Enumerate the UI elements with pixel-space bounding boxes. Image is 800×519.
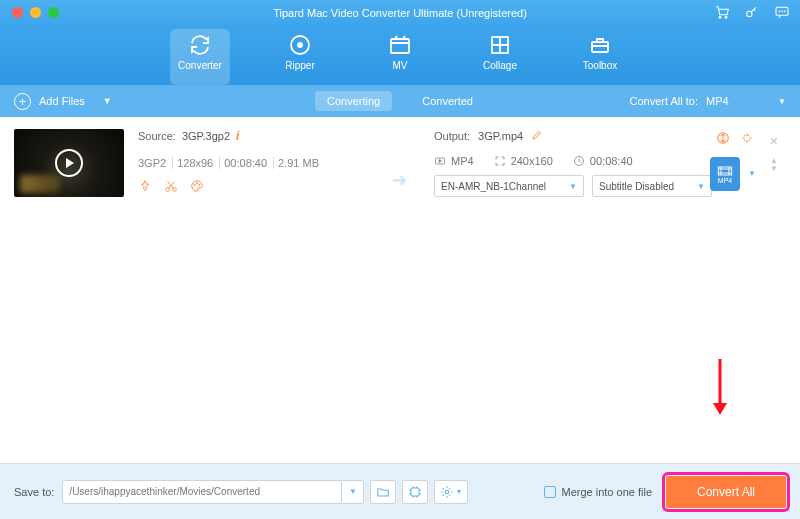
clock-icon — [573, 155, 585, 167]
arrow-right-icon: ➔ — [392, 169, 407, 191]
chevron-down-icon[interactable]: ▼ — [748, 169, 756, 178]
ripper-icon — [288, 33, 312, 57]
svg-point-1 — [725, 16, 727, 18]
convert-all-button[interactable]: Convert All — [666, 476, 786, 508]
chevron-down-icon: ▼ — [697, 182, 705, 191]
tab-toolbox[interactable]: Toolbox — [570, 29, 630, 85]
subtitle-select[interactable]: Subtitle Disabled▼ — [592, 175, 712, 197]
save-path-dropdown[interactable]: ▼ — [342, 480, 364, 504]
merge-label: Merge into one file — [562, 486, 653, 498]
svg-point-4 — [779, 11, 780, 12]
chevron-down-icon: ▼ — [455, 488, 462, 495]
main-tabs: Converter Ripper MV Collage Toolbox — [0, 25, 800, 85]
output-filename: 3GP.mp4 — [478, 130, 523, 142]
add-files-label: Add Files — [39, 95, 85, 107]
key-icon[interactable] — [744, 4, 760, 22]
chevron-down-icon: ▼ — [569, 182, 577, 191]
checkbox-icon — [544, 486, 556, 498]
enhance-icon[interactable] — [740, 131, 754, 147]
format-badge-button[interactable]: MP4 — [710, 157, 740, 191]
source-size: 2.91 MB — [278, 157, 325, 169]
merge-checkbox[interactable]: Merge into one file — [544, 486, 653, 498]
audio-track-value: EN-AMR_NB-1Channel — [441, 181, 546, 192]
minimize-window-button[interactable] — [30, 7, 41, 18]
svg-point-15 — [196, 183, 197, 184]
video-thumbnail[interactable] — [14, 129, 124, 197]
output-format: MP4 — [451, 155, 474, 167]
collage-icon — [488, 33, 512, 57]
source-meta: 3GP2 128x96 00:08:40 2.91 MB — [138, 157, 368, 169]
tab-mv-label: MV — [393, 60, 408, 71]
pin-icon[interactable] — [138, 179, 152, 195]
compress-icon[interactable] — [716, 131, 730, 147]
svg-point-16 — [199, 184, 200, 185]
tab-converter[interactable]: Converter — [170, 29, 230, 85]
convert-all-to-label: Convert All to: — [630, 95, 698, 107]
svg-point-2 — [747, 11, 752, 16]
window-title: Tipard Mac Video Converter Ultimate (Unr… — [273, 7, 527, 19]
zoom-window-button[interactable] — [48, 7, 59, 18]
svg-rect-22 — [411, 487, 419, 495]
source-codec: 3GP2 — [138, 157, 173, 169]
svg-rect-11 — [592, 42, 608, 52]
film-icon — [717, 165, 733, 177]
move-down-icon[interactable]: ▼ — [770, 165, 778, 173]
tab-toolbox-label: Toolbox — [583, 60, 617, 71]
source-duration: 00:08:40 — [224, 157, 274, 169]
svg-point-23 — [446, 490, 450, 494]
format-badge-label: MP4 — [718, 177, 732, 184]
file-list: Source: 3GP.3gp2 i 3GP2 128x96 00:08:40 … — [0, 117, 800, 431]
source-resolution: 128x96 — [177, 157, 220, 169]
output-format-value: MP4 — [706, 95, 729, 107]
output-format-select[interactable]: MP4 ▼ — [706, 95, 786, 107]
open-folder-button[interactable] — [370, 480, 396, 504]
footer: Save to: /Users/ihappyacethinker/Movies/… — [0, 463, 800, 519]
source-filename: 3GP.3gp2 — [182, 130, 230, 142]
feedback-icon[interactable] — [774, 4, 790, 22]
close-window-button[interactable] — [12, 7, 23, 18]
titlebar: Tipard Mac Video Converter Ultimate (Unr… — [0, 0, 800, 25]
svg-rect-9 — [391, 39, 409, 53]
chevron-down-icon[interactable]: ▼ — [103, 96, 112, 106]
settings-button[interactable]: ▼ — [434, 480, 468, 504]
edit-icon[interactable] — [531, 129, 543, 143]
tab-ripper[interactable]: Ripper — [270, 29, 330, 85]
info-icon[interactable]: i — [236, 129, 239, 143]
play-icon[interactable] — [55, 149, 83, 177]
plus-icon: + — [14, 93, 31, 110]
gpu-accel-button[interactable] — [402, 480, 428, 504]
save-path-input[interactable]: /Users/ihappyacethinker/Movies/Converted — [62, 480, 342, 504]
svg-point-14 — [194, 184, 195, 185]
svg-point-5 — [782, 11, 783, 12]
palette-icon[interactable] — [190, 179, 204, 195]
mv-icon — [388, 33, 412, 57]
output-resolution: 240x160 — [511, 155, 553, 167]
source-label: Source: — [138, 130, 176, 142]
save-to-label: Save to: — [14, 486, 54, 498]
subtitle-value: Subtitle Disabled — [599, 181, 674, 192]
chevron-down-icon: ▼ — [778, 97, 786, 106]
cut-icon[interactable] — [164, 179, 178, 195]
tab-collage[interactable]: Collage — [470, 29, 530, 85]
tab-converted[interactable]: Converted — [410, 91, 485, 111]
annotation-arrow — [710, 357, 730, 421]
remove-item-button[interactable]: × — [770, 133, 778, 149]
cart-icon[interactable] — [714, 4, 730, 22]
converter-icon — [188, 33, 212, 57]
list-item: Source: 3GP.3gp2 i 3GP2 128x96 00:08:40 … — [14, 129, 786, 197]
resolution-icon — [494, 155, 506, 167]
tab-mv[interactable]: MV — [370, 29, 430, 85]
window-controls — [0, 7, 59, 18]
video-icon — [434, 155, 446, 167]
svg-point-0 — [719, 16, 721, 18]
toolbar: + Add Files ▼ Converting Converted Conve… — [0, 85, 800, 117]
tab-converting[interactable]: Converting — [315, 91, 392, 111]
svg-rect-20 — [718, 167, 731, 175]
output-label: Output: — [434, 130, 470, 142]
svg-point-6 — [784, 11, 785, 12]
tab-collage-label: Collage — [483, 60, 517, 71]
svg-point-8 — [298, 43, 302, 47]
audio-track-select[interactable]: EN-AMR_NB-1Channel▼ — [434, 175, 584, 197]
save-path-value: /Users/ihappyacethinker/Movies/Converted — [69, 486, 260, 497]
add-files-button[interactable]: + Add Files ▼ — [0, 93, 112, 110]
